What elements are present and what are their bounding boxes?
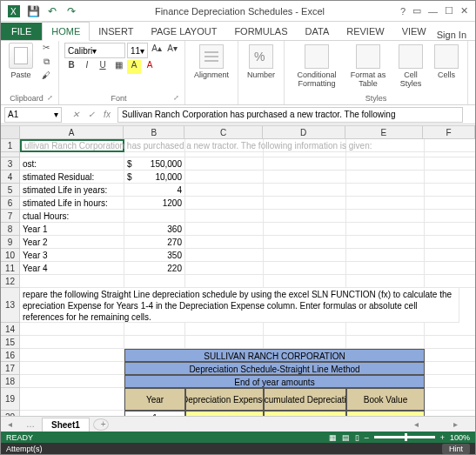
redo-icon[interactable]: ↷ (64, 3, 79, 19)
paste-button[interactable]: Paste (6, 43, 36, 79)
font-launcher-icon[interactable]: ⤢ (173, 94, 179, 102)
cell[interactable]: 270 (124, 236, 185, 249)
cell[interactable] (264, 249, 346, 262)
cell[interactable] (264, 336, 346, 349)
number-button[interactable]: % Number (244, 43, 278, 81)
row-header[interactable]: 19 (1, 388, 20, 411)
bold-button[interactable]: B (64, 60, 78, 74)
col-header-acc[interactable]: Accumulated Depreciation (264, 388, 346, 411)
cell[interactable]: ost: (20, 157, 124, 171)
cell[interactable] (425, 171, 475, 184)
cell[interactable] (264, 171, 346, 184)
grid-rows[interactable]: 1ullivan Ranch Corporation has purchased… (1, 139, 475, 416)
cell[interactable] (346, 171, 425, 184)
row-header[interactable]: 9 (1, 236, 20, 249)
cell[interactable] (185, 323, 264, 336)
name-box[interactable]: A1▾ (4, 107, 62, 123)
cell[interactable] (20, 275, 124, 288)
help-icon[interactable]: ? (400, 6, 406, 17)
cell[interactable] (346, 336, 425, 349)
cell[interactable] (185, 262, 264, 275)
tab-view[interactable]: VIEW (393, 23, 435, 40)
clipboard-launcher-icon[interactable]: ⤢ (47, 94, 53, 102)
cell[interactable]: Year 1 (20, 223, 124, 236)
cell[interactable] (346, 236, 425, 249)
cell[interactable] (346, 184, 425, 197)
cell[interactable]: ullivan Ranch Corporation has purchased … (20, 139, 124, 152)
minimize-icon[interactable]: — (428, 6, 438, 17)
cell[interactable]: ctual Hours: (20, 210, 124, 223)
cell[interactable] (425, 323, 475, 336)
cell[interactable] (264, 275, 346, 288)
cell[interactable] (346, 323, 425, 336)
tab-formulas[interactable]: FORMULAS (225, 23, 296, 40)
cell[interactable] (185, 275, 264, 288)
row-header[interactable]: 1 (1, 139, 20, 152)
cell[interactable] (425, 249, 475, 262)
tab-insert[interactable]: INSERT (90, 23, 142, 40)
close-icon[interactable]: ✕ (460, 5, 468, 17)
cell[interactable] (20, 349, 124, 362)
cut-icon[interactable]: ✂ (39, 43, 53, 55)
cell[interactable] (20, 375, 124, 388)
cell[interactable] (264, 157, 346, 171)
decrease-font-icon[interactable]: A▾ (165, 43, 179, 57)
sheet-nav-dots-icon[interactable]: … (19, 419, 42, 429)
tab-file[interactable]: FILE (1, 23, 42, 40)
tab-home[interactable]: HOME (42, 22, 90, 41)
col-header[interactable]: F (423, 126, 475, 138)
col-header[interactable]: A (20, 126, 124, 138)
cell[interactable]: $10,000 (124, 171, 185, 184)
cell[interactable]: 4 (124, 184, 185, 197)
cell[interactable] (20, 388, 124, 411)
row-header[interactable]: 17 (1, 362, 20, 375)
cell[interactable] (264, 184, 346, 197)
zoom-out-icon[interactable]: – (365, 433, 369, 442)
cell[interactable] (425, 210, 475, 223)
cell[interactable] (185, 197, 264, 210)
cell[interactable] (346, 197, 425, 210)
cell[interactable] (346, 262, 425, 275)
row-header[interactable]: 18 (1, 375, 20, 388)
row-header[interactable]: 13 (1, 288, 20, 323)
zoom-value[interactable]: 100% (450, 433, 470, 442)
cell[interactable] (264, 197, 346, 210)
undo-icon[interactable]: ↶ (44, 3, 60, 19)
copy-icon[interactable]: ⧉ (39, 57, 53, 69)
table-title[interactable]: SULLIVAN RANCH CORPORATION (124, 349, 425, 362)
normal-view-icon[interactable]: ▦ (329, 433, 337, 442)
format-painter-icon[interactable]: 🖌 (39, 70, 53, 83)
cell[interactable] (425, 262, 475, 275)
cell[interactable] (346, 157, 425, 171)
cell[interactable]: stimated Life in years: (20, 184, 124, 197)
tab-review[interactable]: REVIEW (338, 23, 392, 40)
cell[interactable]: stimated Residual: (20, 171, 124, 184)
border-button[interactable]: ▦ (111, 60, 125, 74)
cell[interactable] (425, 275, 475, 288)
cell-styles-button[interactable]: Cell Styles (392, 43, 429, 90)
cell[interactable] (425, 139, 475, 152)
tab-page-layout[interactable]: PAGE LAYOUT (142, 23, 225, 40)
increase-font-icon[interactable]: A▴ (150, 43, 164, 57)
col-header-year[interactable]: Year (124, 388, 185, 411)
cell[interactable] (185, 157, 264, 171)
row-header[interactable]: 6 (1, 197, 20, 210)
cell[interactable] (425, 336, 475, 349)
cell[interactable] (425, 157, 475, 171)
row-header[interactable]: 12 (1, 275, 20, 288)
cell[interactable] (425, 197, 475, 210)
table-subtitle[interactable]: Depreciation Schedule-Straight Line Meth… (124, 362, 425, 375)
row-header[interactable]: 11 (1, 262, 20, 275)
formula-input[interactable]: Sullivan Ranch Corporation has purchased… (117, 107, 463, 123)
cell[interactable] (124, 336, 185, 349)
scroll-left-icon[interactable]: ◂ (414, 419, 419, 429)
cell[interactable] (185, 171, 264, 184)
cell[interactable] (264, 223, 346, 236)
enter-formula-icon[interactable]: ✓ (84, 110, 98, 119)
italic-button[interactable]: I (80, 60, 94, 74)
cell[interactable] (425, 223, 475, 236)
select-all-corner[interactable] (1, 126, 20, 138)
cell[interactable] (185, 249, 264, 262)
cell[interactable] (425, 184, 475, 197)
cell[interactable] (185, 236, 264, 249)
